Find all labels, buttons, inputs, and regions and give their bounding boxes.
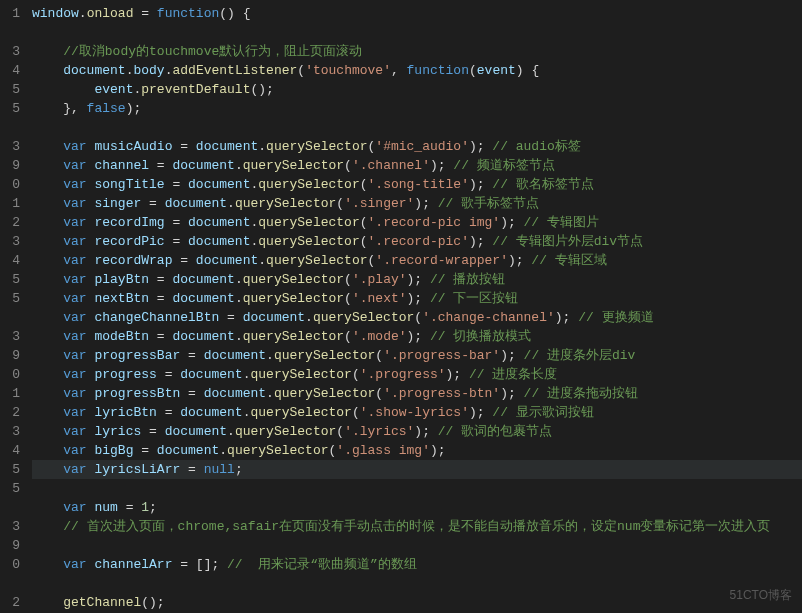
- code-line: var nextBtn = document.querySelector('.n…: [32, 289, 802, 308]
- code-editor: 134553901234553901234553902 window.onloa…: [0, 0, 802, 613]
- line-number: [0, 574, 20, 593]
- code-line: var modeBtn = document.querySelector('.m…: [32, 327, 802, 346]
- code-line: var bigBg = document.querySelector('.gla…: [32, 441, 802, 460]
- code-line: var lyrics = document.querySelector('.ly…: [32, 422, 802, 441]
- line-number: 1: [0, 194, 20, 213]
- line-number: 4: [0, 61, 20, 80]
- line-number: 0: [0, 365, 20, 384]
- line-number: 3: [0, 137, 20, 156]
- code-line: var recordPic = document.querySelector('…: [32, 232, 802, 251]
- code-line: event.preventDefault();: [32, 80, 802, 99]
- code-line: //取消body的touchmove默认行为，阻止页面滚动: [32, 42, 802, 61]
- line-number: 4: [0, 441, 20, 460]
- line-number: 2: [0, 403, 20, 422]
- code-line: window.onload = function() {: [32, 4, 802, 23]
- code-line: var playBtn = document.querySelector('.p…: [32, 270, 802, 289]
- code-line: var lyricsLiArr = null;: [32, 460, 802, 479]
- code-line: var progress = document.querySelector('.…: [32, 365, 802, 384]
- line-number: 9: [0, 156, 20, 175]
- line-number: 2: [0, 593, 20, 612]
- line-number: [0, 118, 20, 137]
- code-line: var recordWrap = document.querySelector(…: [32, 251, 802, 270]
- line-number: 5: [0, 289, 20, 308]
- code-line: var singer = document.querySelector('.si…: [32, 194, 802, 213]
- line-number: 3: [0, 232, 20, 251]
- code-line: [32, 479, 802, 498]
- line-number: 0: [0, 555, 20, 574]
- code-line: // 首次进入页面，chrome,safair在页面没有手动点击的时候，是不能自…: [32, 517, 802, 536]
- code-line: var lyricBtn = document.querySelector('.…: [32, 403, 802, 422]
- code-line: [32, 574, 802, 593]
- line-number: 9: [0, 346, 20, 365]
- line-number: 3: [0, 42, 20, 61]
- code-line: var recordImg = document.querySelector('…: [32, 213, 802, 232]
- line-number: 1: [0, 4, 20, 23]
- line-number: 5: [0, 99, 20, 118]
- line-number: 1: [0, 384, 20, 403]
- code-line: var songTitle = document.querySelector('…: [32, 175, 802, 194]
- line-number: 9: [0, 536, 20, 555]
- code-line: var channelArr = []; // 用来记录“歌曲频道”的数组: [32, 555, 802, 574]
- code-line: getChannel();: [32, 593, 802, 612]
- code-line: [32, 118, 802, 137]
- line-number: 5: [0, 270, 20, 289]
- line-number: 0: [0, 175, 20, 194]
- line-number: 3: [0, 517, 20, 536]
- code-line: }, false);: [32, 99, 802, 118]
- code-line: document.body.addEventListener('touchmov…: [32, 61, 802, 80]
- code-line: var progressBtn = document.querySelector…: [32, 384, 802, 403]
- line-number: 3: [0, 422, 20, 441]
- code-line: var channel = document.querySelector('.c…: [32, 156, 802, 175]
- line-number: [0, 498, 20, 517]
- line-number: 5: [0, 460, 20, 479]
- line-number-gutter: 134553901234553901234553902: [0, 0, 32, 613]
- line-number: [0, 308, 20, 327]
- line-number: 3: [0, 327, 20, 346]
- line-number: 4: [0, 251, 20, 270]
- code-line: var changeChannelBtn = document.querySel…: [32, 308, 802, 327]
- watermark: 51CTO博客: [730, 586, 792, 605]
- code-line: var musicAudio = document.querySelector(…: [32, 137, 802, 156]
- code-line: [32, 536, 802, 555]
- code-line: var num = 1;: [32, 498, 802, 517]
- line-number: 2: [0, 213, 20, 232]
- line-number: 5: [0, 80, 20, 99]
- code-line: [32, 23, 802, 42]
- code-area[interactable]: window.onload = function() { //取消body的to…: [32, 0, 802, 613]
- line-number: 5: [0, 479, 20, 498]
- line-number: [0, 23, 20, 42]
- code-line: var progressBar = document.querySelector…: [32, 346, 802, 365]
